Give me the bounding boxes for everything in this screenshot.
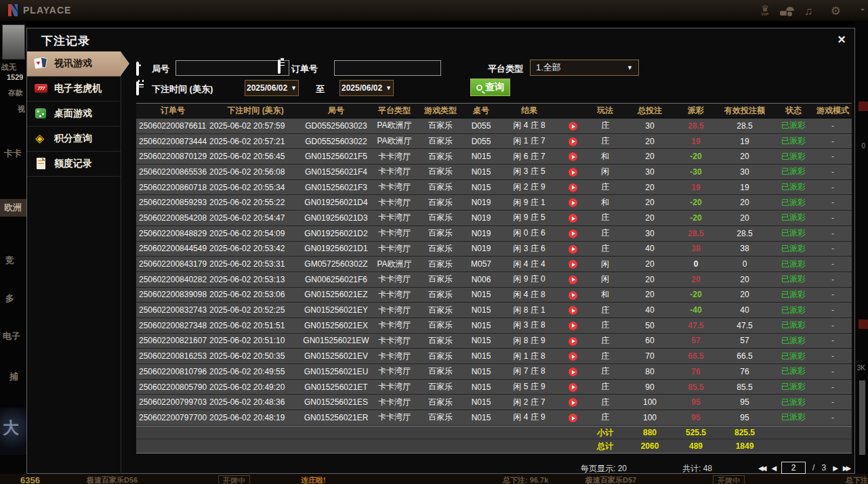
replay-play-icon[interactable] <box>569 352 577 361</box>
cell-valid-bet: 66.5 <box>716 351 773 361</box>
table-footer: 每页显示: 20 共计: 48 ◀◀ ◀ / 3 ▶ ▶▶ <box>136 460 852 477</box>
cell-replay <box>559 321 586 330</box>
platform-type-select[interactable]: 1.全部 ▼ <box>530 60 639 76</box>
cell-round-number: GN015256021ER <box>302 413 371 422</box>
cell-payout: -20 <box>676 213 716 223</box>
date-from-picker[interactable]: 2025/06/02 ▼ <box>245 80 299 96</box>
cell-order-number: 250602200805790 <box>136 382 209 392</box>
cell-bet-time: 2025-06-02 20:52:25 <box>209 305 302 315</box>
table-row: 250602200840282 2025-06-02 20:53:13 GN00… <box>136 272 852 288</box>
prev-page-button[interactable]: ◀ <box>771 464 774 472</box>
table-row: 250602200873444 2025-06-02 20:57:21 GD05… <box>136 134 852 150</box>
sidebar-item-points[interactable]: ◈ 积分查询 <box>27 127 121 152</box>
sidebar-item-credit-records[interactable]: 额度记录 <box>27 152 121 177</box>
cell-game-type: 百家乐 <box>418 135 463 147</box>
replay-play-icon[interactable] <box>569 398 577 407</box>
sidebar-item-table-games[interactable]: 桌面游戏 <box>27 102 121 127</box>
cell-bet-time: 2025-06-02 20:56:08 <box>209 167 302 177</box>
cell-bet-time: 2025-06-02 20:55:34 <box>209 183 302 192</box>
cell-valid-bet: 20 <box>716 275 773 284</box>
sidebar-item-slots[interactable]: 777 电子老虎机 <box>27 76 121 102</box>
cell-replay <box>559 351 586 361</box>
cell-platform: PA欧洲厅 <box>371 135 418 147</box>
replay-play-icon[interactable] <box>569 183 577 192</box>
cell-order-number: 250602200797700 <box>136 413 209 422</box>
grand-total-payout: 489 <box>676 441 716 451</box>
cell-order-number: 250602200873444 <box>136 137 209 146</box>
replay-play-icon[interactable] <box>569 168 577 177</box>
cell-platform: 卡卡湾厅 <box>371 305 418 316</box>
cell-status: 已派彩 <box>773 381 814 393</box>
first-page-button[interactable]: ◀◀ <box>758 464 764 472</box>
user-avatar <box>2 24 25 60</box>
cell-play-method: 庄 <box>586 135 624 147</box>
replay-play-icon[interactable] <box>569 198 577 207</box>
table-header-row: 订单号 下注时间 (美东) 局号 平台类型 游戏类型 桌号 结果 玩法 总投注 … <box>136 103 852 118</box>
cell-bet-time: 2025-06-02 20:51:10 <box>209 336 302 345</box>
background-sidebar: 战无 1529 存款 视 卡卡 欧洲 竞 多 电子 捕 大 <box>0 22 26 484</box>
last-page-button[interactable]: ▶▶ <box>843 464 849 472</box>
cell-total-bet: 20 <box>624 290 676 299</box>
cell-platform: 卡卡湾厅 <box>371 320 418 331</box>
cell-result: 闲 8 庄 1 <box>499 305 559 316</box>
cell-table-number: N015 <box>463 336 499 345</box>
cell-replay <box>559 290 586 299</box>
search-button[interactable]: 查询 <box>470 79 510 96</box>
next-page-button[interactable]: ▶ <box>833 464 836 472</box>
replay-play-icon[interactable] <box>569 122 577 131</box>
replay-play-icon[interactable] <box>569 368 577 376</box>
replay-play-icon[interactable] <box>569 306 577 315</box>
cell-status: 已派彩 <box>773 135 814 147</box>
cell-status: 已派彩 <box>773 243 814 255</box>
replay-play-icon[interactable] <box>569 276 577 284</box>
replay-play-icon[interactable] <box>569 337 577 346</box>
cell-status: 已派彩 <box>773 259 814 270</box>
replay-play-icon[interactable] <box>569 414 577 422</box>
cell-order-number: 250602200810796 <box>136 367 209 376</box>
cell-game-mode: - <box>814 183 852 192</box>
cell-round-number: GN015256021F4 <box>302 167 371 177</box>
date-to-picker[interactable]: 2025/06/02 ▼ <box>339 80 394 96</box>
cell-order-number: 250602200832743 <box>136 305 209 315</box>
replay-play-icon[interactable] <box>569 383 577 392</box>
background-deposit-button: 存款 <box>8 88 23 98</box>
page-number-input[interactable] <box>781 462 806 474</box>
cell-bet-time: 2025-06-02 20:53:13 <box>209 275 302 284</box>
cell-table-number: N015 <box>463 382 499 392</box>
cell-payout: 95 <box>676 397 716 407</box>
cell-order-number: 250602200859293 <box>136 198 209 207</box>
replay-play-icon[interactable] <box>569 214 577 223</box>
vip-icon[interactable]: ♛ VIP <box>761 5 769 16</box>
close-icon[interactable]: × <box>838 32 846 46</box>
col-game-mode: 游戏模式 <box>814 105 852 116</box>
tag-icon <box>136 63 139 75</box>
replay-play-icon[interactable] <box>569 322 577 330</box>
cell-order-number: 250602200854208 <box>136 213 209 223</box>
cell-game-type: 百家乐 <box>418 166 463 177</box>
order-number-input[interactable] <box>334 60 441 76</box>
table-row: 250602200821607 2025-06-02 20:51:10 GN01… <box>136 334 852 349</box>
sidebar-item-live-games[interactable]: ♥ 视讯游戏 <box>27 51 121 76</box>
settings-gear-icon[interactable]: ⚙ <box>831 5 841 17</box>
cell-play-method: 庄 <box>586 397 624 408</box>
replay-play-icon[interactable] <box>569 229 577 238</box>
cell-total-bet: 80 <box>624 367 676 376</box>
cell-platform: 卡卡湾厅 <box>371 289 418 301</box>
replay-play-icon[interactable] <box>569 260 577 269</box>
replay-play-icon[interactable] <box>569 291 577 300</box>
table-row: 250602200848829 2025-06-02 20:54:09 GN01… <box>136 226 852 242</box>
col-table-no: 桌号 <box>463 105 499 116</box>
music-icon[interactable]: ♫ <box>804 5 813 17</box>
replay-play-icon[interactable] <box>569 245 577 254</box>
cell-bet-time: 2025-06-02 20:51:51 <box>209 321 302 330</box>
replay-play-icon[interactable] <box>569 137 577 146</box>
cell-order-number: 250602200840282 <box>136 275 209 284</box>
replay-play-icon[interactable] <box>569 152 577 161</box>
bet-time-label: 下注时间 (美东) <box>152 83 213 95</box>
col-time: 下注时间 (美东) <box>209 105 302 116</box>
cell-play-method: 庄 <box>586 243 624 255</box>
cell-round-number: GN015256021EW <box>302 336 371 345</box>
round-number-input[interactable] <box>175 60 289 76</box>
cell-payout: 76 <box>676 367 716 376</box>
cell-status: 已派彩 <box>773 366 814 377</box>
